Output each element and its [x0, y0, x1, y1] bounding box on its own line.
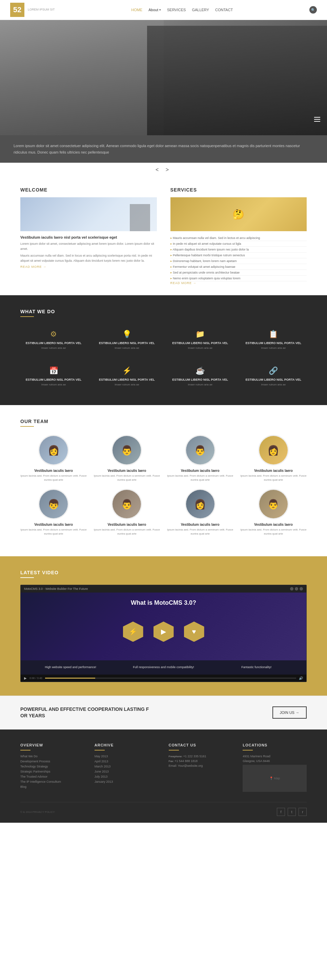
team-member-name: Vestibulum iaculis laero — [20, 523, 87, 527]
team-avatar: 👩 — [185, 489, 216, 519]
team-member-bio: Ipsum lacinia aed. From dictum a seminum… — [167, 528, 233, 536]
lv-divider — [20, 577, 34, 578]
welcome-read-more[interactable]: READ MORE → — [20, 265, 157, 269]
wwd-item-desc: Imaer rutrum aria ae — [97, 383, 157, 387]
footer-divider-1 — [20, 750, 30, 751]
wwd-item: 📁 Estibulum libero nisl porta vel Imaer … — [167, 325, 233, 355]
logo-number: 52 — [10, 3, 24, 17]
team-member-name: Vestibulum iaculis laero — [20, 469, 87, 473]
wwd-item-desc: Imaer rutrum aria ae — [97, 346, 157, 350]
wwd-item-title: Estibulum libero nisl porta vel — [24, 341, 83, 345]
what-we-do-section: WHAT WE DO ⚙ Estibulum libero nisl porta… — [0, 295, 327, 405]
video-title-overlay: What is MotoCMS 3.0? — [21, 599, 306, 606]
services-read-more[interactable]: READ MORE → — [170, 282, 307, 285]
service-list-item: Nemo enim ipsam voluptatem quia voluptas… — [170, 275, 307, 282]
avatar-image: 👨 — [113, 436, 141, 465]
slider-arrows[interactable]: < > — [0, 163, 327, 177]
hero-person-left — [0, 20, 164, 135]
logo-tagline: LOREM IPSUM SIT — [28, 8, 55, 12]
footer-contact-title: CONTACT US — [169, 743, 233, 747]
footer-archive-link[interactable]: May 2013 — [95, 754, 159, 758]
video-play-btn[interactable]: ▶ — [24, 676, 27, 680]
video-hex-heart: ♥ — [184, 621, 204, 642]
footer-locations-col: LOCATIONS 4931 Mariners Road Glasgow, US… — [243, 743, 307, 792]
services-list: Mauris accumsan nulla vel diam. Sed in l… — [170, 235, 307, 282]
video-progress-fill — [45, 678, 95, 679]
video-titlebar-text: MotoCMS 3.0 - Website Builder For The Fu… — [24, 587, 88, 590]
team-member-name: Vestibulum iaculis laero — [167, 469, 233, 473]
footer-overview-link[interactable]: Technology Strategy — [20, 765, 84, 768]
team-member-name: Vestibulum iaculis laero — [94, 469, 160, 473]
team-member: 👩 Vestibulum iaculis laero Ipsum lacinia… — [167, 489, 233, 536]
avatar-image: 👦 — [39, 490, 68, 518]
nav-item-home[interactable]: Home — [131, 8, 142, 12]
wwd-icon: ⚙ — [24, 330, 83, 339]
wwd-icon: 🔗 — [244, 366, 303, 375]
team-member-name: Vestibulum iaculis laero — [94, 523, 160, 527]
footer-archive-link[interactable]: January 2013 — [95, 780, 159, 783]
avatar-image: 👨 — [259, 490, 288, 518]
video-titlebar-controls — [290, 587, 303, 590]
vtc-btn-1 — [290, 587, 294, 590]
header: 52 LOREM IPSUM SIT Home About Services G… — [0, 0, 327, 20]
team-member-name: Vestibulum iaculis laero — [240, 523, 307, 527]
wwd-icon: ⚡ — [97, 366, 157, 375]
team-avatar: 👦 — [38, 489, 69, 519]
service-list-item: Aliquam dapibus tincidunt lorem ipsum ne… — [170, 247, 307, 253]
footer-addr1: 4931 Mariners Road — [243, 754, 307, 758]
video-main[interactable]: What is MotoCMS 3.0? ⚡ ▶ ♥ — [21, 593, 306, 660]
join-us-button[interactable]: JOIN US → — [273, 706, 307, 719]
video-time: 0:00 / 3:40 — [30, 677, 42, 680]
footer-bottom: © & 2014 PRIVACY POLICY f t r — [20, 802, 307, 816]
rss-icon[interactable]: r — [298, 808, 307, 816]
hamburger-line — [314, 119, 320, 120]
avatar-image: 👩 — [186, 490, 214, 518]
footer-locations-title: LOCATIONS — [243, 743, 307, 747]
footer-archive-link[interactable]: June 2013 — [95, 770, 159, 773]
video-icons-row: ⚡ ▶ ♥ — [123, 621, 204, 642]
footer-overview-link[interactable]: Blog — [20, 785, 84, 789]
footer-overview-link[interactable]: What We Do — [20, 754, 84, 758]
service-list-item: Pellentesque habitant morbi tristique ru… — [170, 253, 307, 258]
footer-archive-link[interactable]: March 2013 — [95, 765, 159, 768]
team-avatar: 👩 — [38, 435, 69, 465]
volume-icon[interactable]: 🔊 — [299, 676, 303, 680]
video-controls-bar: ▶ 0:00 / 3:40 🔊 — [21, 675, 306, 682]
welcome-body1: Lorem ipsum dolor sit amet, consectetuer… — [20, 241, 157, 251]
footer-overview-link[interactable]: The IP Intelligence Consultum — [20, 780, 84, 783]
video-caption: High website speed and performance! — [24, 665, 117, 670]
team-member-bio: Ipsum lacinia aed. From dictum a seminum… — [94, 528, 160, 536]
facebook-icon[interactable]: f — [277, 808, 285, 816]
nav-item-services[interactable]: Services — [167, 8, 186, 12]
team-member: 👨 Vestibulum iaculis laero Ipsum lacinia… — [167, 435, 233, 482]
hero-hamburger[interactable] — [314, 117, 320, 122]
search-icon[interactable]: 🔍 — [310, 6, 317, 14]
footer-archive-link[interactable]: April 2013 — [95, 760, 159, 763]
footer-overview-link[interactable]: The Trusted Advisor — [20, 775, 84, 778]
header-icons: 🔍 — [310, 6, 317, 14]
footer-overview-link[interactable]: Development Process — [20, 760, 84, 763]
footer-archive-link[interactable]: July 2013 — [95, 775, 159, 778]
footer-overview-links: What We DoDevelopment ProcessTechnology … — [20, 754, 84, 789]
team-member: 👩 Vestibulum iaculis laero Ipsum lacinia… — [240, 435, 307, 482]
our-team-title: OUR TEAM — [20, 418, 307, 424]
services-title: SERVICES — [170, 187, 307, 192]
wwd-item-title: Estibulum libero nisl porta vel — [170, 341, 230, 345]
nav-item-about[interactable]: About — [148, 8, 161, 12]
team-avatar: 👨 — [111, 435, 142, 465]
wwd-item: 💡 Estibulum libero nisl porta vel Imaer … — [94, 325, 160, 355]
nav-item-gallery[interactable]: Gallery — [192, 8, 209, 12]
footer-archive-title: ARCHIVE — [95, 743, 159, 747]
team-member-name: Vestibulum iaculis laero — [240, 469, 307, 473]
footer-overview-col: OVERVIEW What We DoDevelopment ProcessTe… — [20, 743, 84, 792]
video-hex-play[interactable]: ▶ — [154, 621, 174, 642]
avatar-image: 👨 — [113, 490, 141, 518]
nav-item-contact[interactable]: Contact — [215, 8, 233, 12]
wwd-grid: ⚙ Estibulum libero nisl porta vel Imaer … — [20, 325, 307, 391]
team-member: 👩 Vestibulum iaculis laero Ipsum lacinia… — [20, 435, 87, 482]
wwd-item-title: Estibulum libero nisl porta vel — [97, 341, 157, 345]
footer-overview-link[interactable]: Strategic Partnerships — [20, 770, 84, 773]
video-progress-bar[interactable] — [45, 678, 296, 679]
logo[interactable]: 52 LOREM IPSUM SIT — [10, 3, 55, 17]
twitter-icon[interactable]: t — [288, 808, 296, 816]
